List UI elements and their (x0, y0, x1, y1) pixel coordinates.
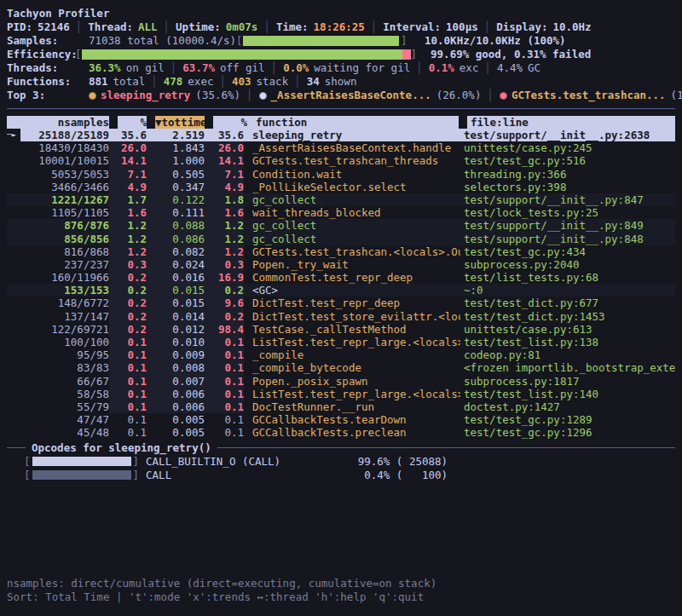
separator: │ (371, 20, 378, 34)
table-row[interactable]: 18430/18430 26.0 1.843 26.0 _AssertRaise… (7, 141, 675, 154)
cell-file-line: test/test_list.py:140 (460, 388, 675, 400)
table-row[interactable]: 856/856 1.2 0.086 1.2 gc_collect test/su… (7, 233, 675, 245)
bar-bracket-open: [ (24, 469, 31, 482)
samples-rate: 10.0KHz/10.0KHz (100%) (425, 34, 566, 48)
cell-own-percent: 0.3 (109, 258, 147, 271)
cell-own-percent: 0.2 (109, 271, 147, 284)
top3-line: Top 3: sleeping_retry (35.6%) │ _AssertR… (7, 89, 675, 102)
cell-total-percent: 0.1 (205, 336, 244, 348)
cell-total-percent: 0.1 (205, 426, 244, 439)
table-header: nsamples % ▼tottime % function file:line (7, 116, 675, 129)
cell-tottime: 0.088 (147, 219, 205, 232)
cell-total-percent: 9.6 (205, 296, 244, 309)
cell-function: Popen._try_wait (244, 258, 460, 271)
bar-bracket-open: [ (75, 48, 82, 61)
bar-bracket-close: ] (401, 34, 407, 48)
gc-pct: 4.4% (497, 61, 523, 75)
opcode-row: [ ] CALL_BUILTIN_O (CALL) 99.6% ( 25088) (24, 455, 675, 469)
cell-nsamples: 10001/10015 (20, 154, 109, 167)
cell-nsamples: 816/868 (20, 245, 109, 258)
table-row[interactable]: 816/868 1.2 0.082 1.2 GCTests.test_trash… (7, 245, 675, 258)
thread-value[interactable]: ALL (138, 20, 158, 34)
top2-name[interactable]: _AssertRaisesBaseConte... (271, 89, 431, 102)
cell-own-percent: 0.2 (109, 310, 147, 323)
column-header-function[interactable]: function (247, 116, 459, 129)
cell-file-line: test/list_tests.py:68 (460, 271, 675, 284)
cell-tottime: 0.014 (147, 310, 205, 323)
cell-function: _PollLikeSelector.select (244, 181, 460, 193)
cell-tottime: 1.000 (147, 154, 205, 167)
table-row[interactable]: 45/48 0.1 0.005 0.1 GCCallbackTests.prec… (7, 426, 675, 439)
cell-nsamples: 47/47 (20, 413, 109, 426)
separator: │ (484, 20, 491, 34)
functions-exec: 478 (164, 75, 183, 89)
separator: │ (487, 89, 494, 102)
cell-total-percent: 98.4 (205, 323, 244, 336)
cell-file-line: test/support/__init__.py:847 (460, 193, 675, 206)
column-header-file-line[interactable]: file:line (467, 116, 675, 129)
opcode-stat: 0.4% ( 100) (337, 469, 448, 482)
separator: │ (219, 75, 226, 89)
cell-nsamples: 45/48 (20, 426, 109, 439)
opcode-bar (32, 470, 131, 480)
cell-own-percent: 14.1 (109, 154, 147, 167)
cell-tottime: 2.519 (147, 129, 205, 141)
cell-own-percent: 0.1 (109, 336, 147, 348)
cell-tottime: 0.016 (147, 271, 205, 284)
table-row[interactable]: 3466/3466 4.9 0.347 4.9 _PollLikeSelecto… (7, 181, 675, 193)
table-row[interactable]: 876/876 1.2 0.088 1.2 gc_collect test/su… (7, 219, 675, 232)
cell-file-line: subprocess.py:2040 (460, 258, 675, 271)
gc-text: GC (528, 61, 540, 75)
cell-total-percent: 0.1 (205, 375, 244, 388)
efficiency-good-bar (82, 49, 402, 60)
pid-label: PID: (7, 20, 32, 34)
header-gap (109, 116, 118, 129)
cell-nsamples: 237/237 (20, 258, 109, 271)
cell-nsamples: 18430/18430 (20, 141, 109, 154)
cell-function: CommonTest.test_repr_deep (244, 271, 460, 284)
cell-nsamples: 856/856 (20, 233, 109, 245)
column-header-tottime-sorted[interactable]: ▼tottime (155, 116, 205, 129)
table-row[interactable]: 47/47 0.1 0.005 0.1 GCCallbackTests.tear… (7, 413, 675, 426)
table-row[interactable]: 66/67 0.1 0.007 0.1 Popen._posix_spawn s… (7, 375, 675, 388)
table-row[interactable]: 55/79 0.1 0.006 0.1 DocTestRunner.__run … (7, 400, 675, 413)
cell-total-percent: 0.1 (205, 413, 244, 426)
separator: │ (271, 61, 278, 75)
table-row[interactable]: 100/100 0.1 0.010 0.1 ListTest.test_repr… (7, 336, 675, 348)
top3-name[interactable]: GCTests.test_trashcan... (512, 89, 666, 102)
cell-nsamples: 137/147 (20, 310, 109, 323)
functions-exec-text: exec (188, 75, 213, 89)
table-row[interactable]: 122/69721 0.2 0.012 98.4 TestCase._callT… (7, 323, 675, 336)
table-row[interactable]: 1105/1105 1.6 0.111 1.6 wait_threads_blo… (7, 206, 675, 219)
column-header-nsamples[interactable]: nsamples (20, 116, 109, 129)
table-row[interactable]: 1221/1267 1.7 0.122 1.8 gc_collect test/… (7, 193, 675, 206)
table-row[interactable]: 148/6772 0.2 0.015 9.6 DictTest.test_rep… (7, 296, 675, 309)
table-row[interactable]: 160/11966 0.2 0.016 16.9 CommonTest.test… (7, 271, 675, 284)
opcode-name: CALL (146, 469, 337, 482)
cell-nsamples: 58/58 (20, 388, 109, 400)
waiting-pct: 0.0% (283, 61, 309, 75)
opcodes-title-text: Opcodes for sleeping_retry() (26, 441, 217, 454)
table-row[interactable]: 58/58 0.1 0.006 0.1 ListTest.test_repr_l… (7, 388, 675, 400)
functions-stack: 403 (232, 75, 251, 89)
top3-pct: (14.1%) (671, 89, 682, 102)
cell-own-percent: 1.2 (109, 233, 147, 245)
cell-total-percent: 0.1 (205, 400, 244, 413)
column-header-own-percent[interactable]: % (118, 116, 147, 129)
efficiency-line: Efficiency: [ ] 99.69% good, 0.31% faile… (7, 48, 675, 61)
column-header-total-percent[interactable]: % (213, 116, 247, 129)
table-row[interactable]: 83/83 0.1 0.008 0.1 _compile_bytecode <f… (7, 361, 675, 374)
table-row[interactable]: 237/237 0.3 0.024 0.3 Popen._try_wait su… (7, 258, 675, 271)
cell-total-percent: 26.0 (205, 141, 244, 154)
top1-name[interactable]: sleeping_retry (101, 89, 190, 102)
cell-nsamples: 5053/5053 (20, 168, 109, 181)
table-row[interactable]: 10001/10015 14.1 1.000 14.1 GCTests.test… (7, 154, 675, 167)
table-row[interactable]: ─► 25188/25189 35.6 2.519 35.6 sleeping_… (7, 129, 675, 141)
header-gutter (7, 116, 20, 129)
table-row[interactable]: 153/153 0.2 0.015 0.2 <GC> ~:0 (7, 284, 675, 296)
cell-file-line: codeop.py:81 (460, 348, 675, 361)
cell-total-percent: 0.1 (205, 348, 244, 361)
table-row[interactable]: 137/147 0.2 0.014 0.2 DictTest.test_stor… (7, 310, 675, 323)
table-row[interactable]: 5053/5053 7.1 0.505 7.1 Condition.wait t… (7, 168, 675, 181)
table-row[interactable]: 95/95 0.1 0.009 0.1 _compile codeop.py:8… (7, 348, 675, 361)
